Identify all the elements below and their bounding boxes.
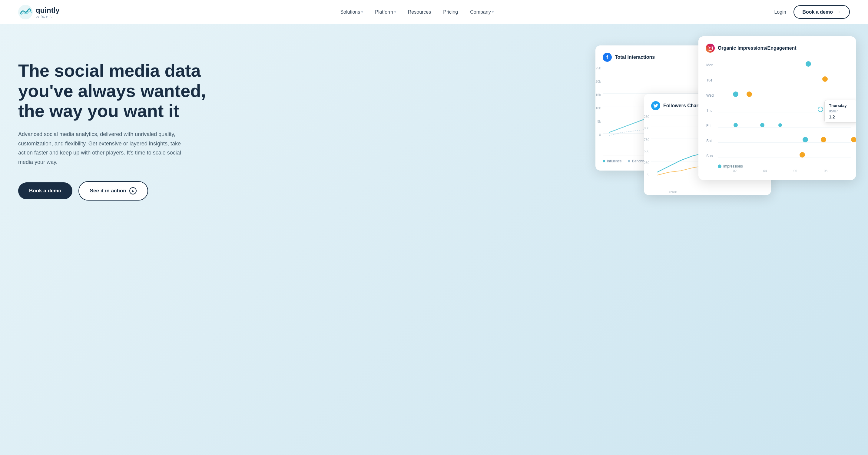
x-label-date: 09/01 — [669, 190, 678, 194]
ig-chart-title: Organic Impressions/Engagement — [718, 46, 797, 51]
tooltip: Thursday 05/07 1.2 — [825, 100, 856, 123]
day-fri: Fri — [706, 124, 711, 128]
day-sat: Sat — [706, 139, 712, 143]
ig-chart-area: Mon Tue Wed Thu Fri Sat Sun 02 04 06 — [718, 58, 856, 173]
x-label-06: 06 — [794, 169, 797, 173]
tooltip-value: 1.2 — [829, 115, 853, 119]
grid-line — [718, 127, 851, 127]
logo-subtitle: by facelift — [36, 14, 60, 18]
dot-wed-1 — [733, 91, 738, 97]
y-label-5k: 5k — [597, 120, 603, 123]
y-label-1250: 1250 — [644, 115, 651, 118]
day-wed: Wed — [706, 93, 714, 97]
nav-platform[interactable]: Platform ▾ — [375, 9, 396, 15]
day-tue: Tue — [706, 78, 712, 82]
y-label-tw-0: 0 — [648, 173, 651, 176]
book-demo-button-nav[interactable]: Book a demo → — [794, 5, 850, 19]
login-link[interactable]: Login — [774, 9, 786, 15]
x-label-04: 04 — [763, 169, 767, 173]
dot-wed-2 — [747, 91, 752, 97]
logo-link[interactable]: quintly by facelift — [18, 5, 60, 20]
grid-line — [718, 142, 851, 143]
tooltip-title: Thursday — [829, 103, 853, 108]
facebook-icon: f — [603, 53, 612, 62]
grid-line — [718, 97, 851, 97]
grid-line — [718, 157, 851, 158]
nav-links: Solutions ▾ Platform ▾ Resources Pricing… — [340, 9, 493, 15]
twitter-icon — [651, 101, 660, 110]
legend-dot — [603, 160, 605, 162]
hero-subtitle: Advanced social media analytics, deliver… — [18, 130, 194, 166]
day-thu: Thu — [706, 109, 713, 113]
dot-sat-1 — [803, 137, 808, 142]
instagram-svg — [708, 46, 713, 51]
y-label-500: 500 — [644, 150, 651, 153]
dot-fri-2 — [760, 123, 765, 127]
logo-name: quintly — [36, 6, 60, 14]
nav-solutions[interactable]: Solutions ▾ — [340, 9, 363, 15]
play-icon: ▶ — [129, 187, 136, 194]
legend-impressions-label: Impressions — [723, 164, 743, 169]
grid-line — [718, 82, 851, 82]
arrow-icon: → — [835, 9, 841, 15]
dot-mon-1 — [806, 61, 811, 67]
hero-buttons: Book a demo See it in action ▶ — [18, 181, 224, 201]
y-label-15k: 15k — [595, 93, 603, 97]
instagram-chart-card: Organic Impressions/Engagement Mon Tue W… — [699, 36, 856, 180]
fb-chart-title: Total Interactions — [615, 55, 655, 60]
y-label-750: 750 — [644, 138, 651, 142]
dot-sun-1 — [800, 152, 805, 157]
navigation: quintly by facelift Solutions ▾ Platform… — [0, 0, 868, 24]
hero-content: The social media data you've always want… — [18, 49, 224, 201]
legend-label: Influence — [607, 159, 622, 163]
nav-right: Login Book a demo → — [774, 5, 850, 19]
logo-icon — [18, 5, 33, 20]
y-label-10k: 10k — [595, 107, 603, 110]
tooltip-date: 05/07 — [829, 109, 853, 113]
hero-charts: f Total Interactions 25k 20k 15k 10k 5k … — [595, 33, 868, 227]
dot-fri-3 — [778, 123, 782, 127]
legend-influence: Influence — [603, 159, 622, 163]
nav-resources[interactable]: Resources — [408, 9, 431, 15]
y-label-25k: 25k — [595, 67, 603, 70]
grid-line — [718, 67, 851, 67]
legend-dot — [628, 160, 630, 162]
y-label-0: 0 — [599, 133, 603, 136]
y-label-20k: 20k — [595, 80, 603, 83]
y-label-250: 250 — [644, 161, 651, 164]
dot-sat-2 — [821, 137, 826, 142]
see-in-action-button[interactable]: See it in action ▶ — [79, 181, 148, 201]
x-label-02: 02 — [733, 169, 737, 173]
instagram-icon — [706, 43, 715, 53]
dot-tue-1 — [822, 76, 828, 82]
dot-thu-1 — [818, 107, 823, 112]
legend-dot-impressions — [718, 164, 721, 168]
dot-sat-3 — [851, 137, 856, 142]
nav-pricing[interactable]: Pricing — [443, 9, 458, 15]
y-label-1000: 1000 — [644, 127, 651, 130]
nav-company[interactable]: Company ▾ — [470, 9, 493, 15]
dot-fri-1 — [734, 123, 738, 127]
day-mon: Mon — [706, 63, 713, 67]
ig-legend: Impressions — [718, 164, 743, 169]
twitter-bird — [653, 103, 658, 108]
x-label-08: 08 — [824, 169, 828, 173]
day-sun: Sun — [706, 154, 713, 158]
book-demo-button-hero[interactable]: Book a demo — [18, 182, 72, 199]
hero-section: The social media data you've always want… — [0, 24, 868, 455]
hero-title: The social media data you've always want… — [18, 61, 224, 121]
